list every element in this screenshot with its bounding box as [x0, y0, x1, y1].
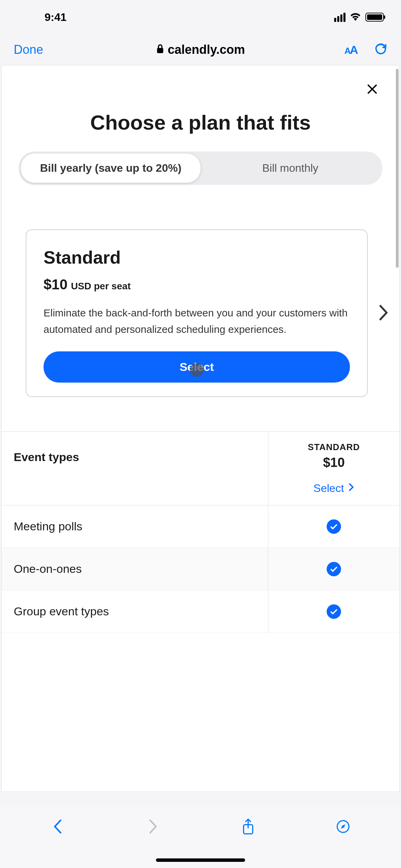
billing-toggle: Bill yearly (save up to 20%) Bill monthl… [19, 152, 382, 185]
browser-nav-bar: Done calendly.com AA [0, 34, 401, 65]
lock-icon [156, 44, 164, 56]
close-button[interactable] [366, 83, 379, 97]
status-bar: 9:41 [0, 0, 401, 34]
feature-included [268, 590, 399, 632]
home-indicator[interactable] [156, 858, 245, 862]
wifi-icon [350, 12, 361, 22]
share-button[interactable] [241, 818, 255, 836]
feature-name: One-on-ones [2, 548, 268, 590]
page-content: Choose a plan that fits Bill yearly (sav… [1, 65, 400, 792]
feature-comparison-table: Event types STANDARD $10 Select Meeting … [2, 431, 399, 633]
chevron-right-icon [378, 316, 389, 322]
feature-name: Group event types [2, 590, 268, 632]
feature-name: Meeting polls [2, 505, 268, 547]
column-plan-price: $10 [275, 455, 392, 470]
compass-icon [336, 830, 350, 836]
feature-included [268, 505, 399, 547]
status-icons [334, 12, 384, 22]
bill-monthly-toggle[interactable]: Bill monthly [200, 154, 380, 183]
plan-description: Eliminate the back-and-forth between you… [44, 305, 350, 338]
text-size-button[interactable]: AA [344, 43, 357, 57]
next-plan-button[interactable] [368, 304, 392, 323]
plan-price-unit: USD per seat [71, 281, 131, 292]
plan-card-standard: Standard $10 USD per seat Eliminate the … [26, 229, 368, 397]
column-select-link[interactable]: Select [275, 482, 392, 495]
svg-marker-6 [341, 824, 345, 829]
reload-button[interactable] [374, 43, 387, 57]
browser-forward-button [146, 818, 160, 836]
chevron-right-icon [146, 830, 160, 836]
chevron-right-icon [348, 482, 354, 495]
feature-category-header: Event types [2, 432, 268, 505]
chevron-left-icon [51, 830, 65, 836]
open-in-safari-button[interactable] [336, 818, 350, 836]
battery-icon [365, 13, 384, 22]
scroll-indicator[interactable] [396, 69, 399, 268]
share-icon [241, 830, 255, 836]
url-text: calendly.com [168, 43, 245, 57]
page-title: Choose a plan that fits [2, 104, 399, 152]
feature-row: Group event types [2, 590, 399, 633]
plan-price: $10 [44, 276, 68, 293]
touch-indicator [190, 363, 204, 377]
cellular-signal-icon [334, 13, 345, 22]
check-icon [327, 562, 341, 576]
bill-yearly-toggle[interactable]: Bill yearly (save up to 20%) [21, 154, 200, 183]
plan-name: Standard [44, 247, 350, 268]
column-plan-name: STANDARD [275, 442, 392, 453]
check-icon [327, 604, 341, 619]
feature-row: Meeting polls [2, 505, 399, 548]
close-icon [366, 91, 379, 97]
svg-rect-0 [157, 48, 163, 53]
url-display[interactable]: calendly.com [156, 43, 245, 57]
feature-included [268, 548, 399, 590]
status-time: 9:41 [45, 11, 66, 24]
check-icon [327, 519, 341, 534]
select-plan-button[interactable]: Select [44, 351, 350, 383]
feature-row: One-on-ones [2, 548, 399, 590]
browser-back-button[interactable] [51, 818, 65, 836]
done-button[interactable]: Done [14, 43, 43, 57]
